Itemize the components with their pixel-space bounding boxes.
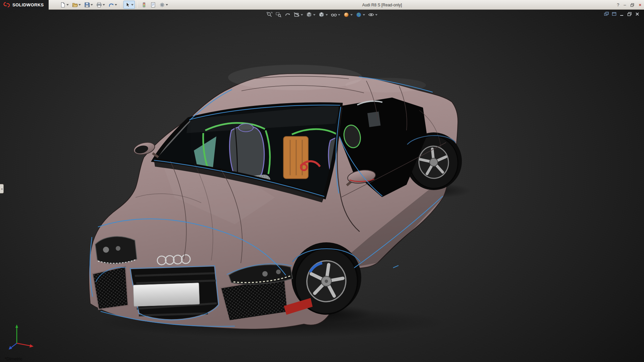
orientation-triad xyxy=(5,322,36,354)
document-title: Audi R8 S [Read-only] xyxy=(362,0,402,10)
restore-doc-button[interactable] xyxy=(627,12,632,16)
rebuild-stoplight-icon xyxy=(141,2,147,8)
previous-view-button[interactable] xyxy=(284,11,291,18)
chevron-down-icon xyxy=(338,14,340,16)
chevron-down-icon xyxy=(351,14,353,16)
solidworks-window: SOLIDWORKS xyxy=(0,0,644,362)
chevron-down-icon xyxy=(326,14,328,16)
close-doc-icon xyxy=(635,12,640,16)
chevron-down-icon xyxy=(363,14,365,16)
chevron-down-icon xyxy=(166,4,168,6)
solidworks-logo-icon xyxy=(3,2,10,8)
model-canvas[interactable] xyxy=(0,10,644,362)
heads-up-view-toolbar xyxy=(266,11,378,18)
license-plate[interactable] xyxy=(133,283,200,307)
left-mirror[interactable] xyxy=(132,140,158,157)
z-axis xyxy=(11,343,17,348)
left-intake[interactable] xyxy=(93,266,128,309)
chevron-down-icon xyxy=(91,4,93,6)
split-window-button[interactable] xyxy=(612,12,616,16)
minimize-button[interactable]: – xyxy=(624,3,626,7)
edit-appearance-button[interactable] xyxy=(343,11,353,18)
zoom-to-fit-icon xyxy=(267,12,273,18)
car-model[interactable] xyxy=(89,65,471,338)
graphics-viewport[interactable]: *Dimetric ◂ xyxy=(0,10,644,362)
options-icon xyxy=(159,2,165,8)
restore-icon xyxy=(630,3,634,7)
close-button[interactable]: × xyxy=(639,3,641,7)
view-orientation-icon xyxy=(306,12,312,18)
close-doc-button[interactable] xyxy=(635,12,640,16)
open-icon xyxy=(72,2,78,8)
display-style-icon xyxy=(319,12,325,18)
hide-show-items-button[interactable] xyxy=(331,11,341,18)
select-cursor-icon xyxy=(125,2,130,8)
file-properties-icon xyxy=(150,2,156,8)
view-orientation-button[interactable] xyxy=(306,11,316,18)
rebuild-button[interactable] xyxy=(140,1,148,9)
new-window-icon xyxy=(604,12,609,16)
brand-name: SOLIDWORKS xyxy=(12,2,44,7)
left-headlight[interactable] xyxy=(95,237,137,264)
chevron-down-icon xyxy=(313,14,316,16)
edit-appearance-icon xyxy=(343,12,350,18)
section-view-button[interactable] xyxy=(293,11,304,18)
hide-show-items-icon xyxy=(331,12,337,18)
zoom-to-area-icon xyxy=(276,12,282,18)
new-window-button[interactable] xyxy=(604,12,609,16)
solidworks-logo: SOLIDWORKS xyxy=(0,0,49,10)
print-icon xyxy=(96,2,102,8)
open-button[interactable] xyxy=(71,1,82,9)
apply-scene-button[interactable] xyxy=(356,11,366,18)
select-button[interactable] xyxy=(123,1,135,9)
split-window-icon xyxy=(612,12,616,16)
chevron-down-icon xyxy=(66,4,69,6)
toolbar-separator xyxy=(137,1,138,8)
file-properties-button[interactable] xyxy=(149,1,157,9)
standard-toolbar xyxy=(59,1,169,9)
minimize-doc-button[interactable] xyxy=(620,12,624,16)
options-button[interactable] xyxy=(158,1,169,9)
save-button[interactable] xyxy=(83,1,94,9)
save-icon xyxy=(84,2,90,8)
restore-button[interactable] xyxy=(630,3,634,7)
undo-icon xyxy=(108,2,114,8)
restore-doc-icon xyxy=(627,12,632,16)
window-controls: ? – × xyxy=(617,0,641,10)
toolbar-separator xyxy=(121,1,121,8)
new-document-icon xyxy=(60,2,66,8)
apply-scene-icon xyxy=(356,12,362,18)
x-axis xyxy=(17,343,31,346)
zoom-to-fit-button[interactable] xyxy=(266,11,273,18)
view-orientation-label: *Dimetric xyxy=(5,356,22,361)
titlebar: SOLIDWORKS xyxy=(0,0,644,10)
document-window-controls xyxy=(604,12,640,16)
featuremanager-collapse-tab[interactable]: ◂ xyxy=(0,184,4,193)
display-style-button[interactable] xyxy=(318,11,328,18)
chevron-down-icon xyxy=(103,4,105,6)
view-settings-button[interactable] xyxy=(368,11,378,18)
view-settings-icon xyxy=(368,12,374,18)
chevron-down-icon xyxy=(301,14,303,16)
new-document-button[interactable] xyxy=(59,1,70,9)
help-button[interactable]: ? xyxy=(617,3,619,7)
section-view-icon xyxy=(294,12,300,18)
chevron-down-icon xyxy=(375,14,378,16)
chevron-down-icon xyxy=(131,4,133,6)
previous-view-icon xyxy=(285,12,291,18)
chevron-down-icon xyxy=(115,4,117,6)
chevron-down-icon xyxy=(78,4,81,6)
print-button[interactable] xyxy=(95,1,106,9)
undo-button[interactable] xyxy=(107,1,118,9)
zoom-to-area-button[interactable] xyxy=(275,11,282,18)
minimize-doc-icon xyxy=(620,12,624,16)
